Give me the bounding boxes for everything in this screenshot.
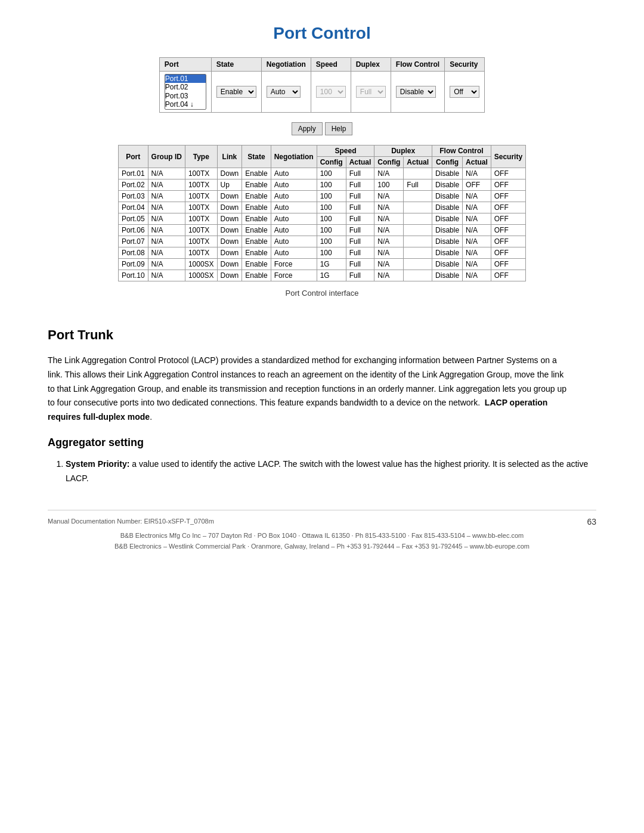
help-button[interactable]: Help bbox=[325, 122, 353, 135]
cell-type: 100TX bbox=[185, 179, 217, 191]
th-flow-config: Config bbox=[432, 157, 463, 168]
cell-duplex-config: N/A bbox=[374, 213, 404, 225]
security-cell[interactable]: Off On bbox=[445, 72, 485, 113]
footer-doc-number: Manual Documentation Number: EIR510-xSFP… bbox=[48, 516, 214, 527]
cell-duplex-config: 100 bbox=[374, 179, 404, 191]
cell-link: Down bbox=[217, 168, 242, 179]
th-speed-config: Config bbox=[317, 157, 346, 168]
cell-state: Enable bbox=[242, 168, 271, 179]
cell-duplex-actual bbox=[404, 202, 432, 213]
cell-security: OFF bbox=[491, 213, 525, 225]
negotiation-select[interactable]: Auto Force bbox=[267, 86, 301, 98]
table-row: Port.05 N/A 100TX Down Enable Auto 100 F… bbox=[118, 213, 525, 225]
cell-flow-config: Disable bbox=[432, 168, 463, 179]
cell-duplex-actual bbox=[404, 236, 432, 247]
port-trunk-section: Port Trunk The Link Aggregation Control … bbox=[48, 327, 596, 425]
cell-group: N/A bbox=[148, 168, 185, 179]
col-header-speed: Speed bbox=[311, 58, 351, 72]
th-flow-actual: Actual bbox=[463, 157, 491, 168]
cell-port: Port.10 bbox=[118, 270, 148, 281]
flow-control-cell[interactable]: Disable Enable bbox=[391, 72, 444, 113]
col-header-negotiation: Negotiation bbox=[261, 58, 311, 72]
cell-negotiation: Auto bbox=[271, 236, 317, 247]
cell-flow-actual: N/A bbox=[463, 191, 491, 202]
cell-state: Enable bbox=[242, 259, 271, 270]
cell-group: N/A bbox=[148, 225, 185, 236]
cell-type: 100TX bbox=[185, 168, 217, 179]
cell-link: Down bbox=[217, 236, 242, 247]
state-select[interactable]: Enable Disable bbox=[216, 86, 256, 98]
cell-type: 1000SX bbox=[185, 270, 217, 281]
cell-duplex-config: N/A bbox=[374, 259, 404, 270]
cell-flow-actual: N/A bbox=[463, 236, 491, 247]
port-option-01: Port.01 bbox=[165, 75, 206, 83]
th-duplex-actual: Actual bbox=[404, 157, 432, 168]
cell-speed-actual: Full bbox=[346, 168, 374, 179]
port-option-02: Port.02 bbox=[165, 83, 206, 91]
speed-cell[interactable]: 100 10 1000 bbox=[311, 72, 351, 113]
th-duplex: Duplex bbox=[374, 145, 432, 157]
th-flow-control: Flow Control bbox=[432, 145, 491, 157]
table-row: Port.08 N/A 100TX Down Enable Auto 100 F… bbox=[118, 247, 525, 259]
port-option-03: Port.03 bbox=[165, 92, 206, 100]
cell-flow-config: Disable bbox=[432, 259, 463, 270]
table-row: Port.03 N/A 100TX Down Enable Auto 100 F… bbox=[118, 191, 525, 202]
cell-negotiation: Auto bbox=[271, 213, 317, 225]
th-port: Port bbox=[118, 145, 148, 168]
port-select-cell[interactable]: Port.01 Port.02 Port.03 Port.04 ↓ bbox=[159, 72, 211, 113]
cell-port: Port.04 bbox=[118, 202, 148, 213]
cell-speed-actual: Full bbox=[346, 191, 374, 202]
cell-duplex-actual bbox=[404, 247, 432, 259]
cell-flow-actual: OFF bbox=[463, 179, 491, 191]
table-row: Port.02 N/A 100TX Up Enable Auto 100 Ful… bbox=[118, 179, 525, 191]
cell-link: Down bbox=[217, 213, 242, 225]
cell-link: Down bbox=[217, 270, 242, 281]
cell-speed-config: 100 bbox=[317, 225, 346, 236]
cell-flow-config: Disable bbox=[432, 191, 463, 202]
cell-type: 100TX bbox=[185, 202, 217, 213]
security-select[interactable]: Off On bbox=[450, 86, 479, 98]
cell-flow-config: Disable bbox=[432, 213, 463, 225]
cell-link: Down bbox=[217, 191, 242, 202]
cell-flow-actual: N/A bbox=[463, 259, 491, 270]
aggregator-heading: Aggregator setting bbox=[48, 436, 596, 449]
th-speed-actual: Actual bbox=[346, 157, 374, 168]
control-form-table: Port State Negotiation Speed Duplex Flow… bbox=[159, 57, 485, 113]
cell-duplex-actual bbox=[404, 168, 432, 179]
duplex-cell[interactable]: Full Half bbox=[351, 72, 391, 113]
state-cell[interactable]: Enable Disable bbox=[211, 72, 261, 113]
cell-group: N/A bbox=[148, 270, 185, 281]
cell-flow-actual: N/A bbox=[463, 270, 491, 281]
negotiation-cell[interactable]: Auto Force bbox=[261, 72, 311, 113]
cell-flow-config: Disable bbox=[432, 225, 463, 236]
col-header-state: State bbox=[211, 58, 261, 72]
cell-port: Port.01 bbox=[118, 168, 148, 179]
cell-speed-actual: Full bbox=[346, 225, 374, 236]
speed-select[interactable]: 100 10 1000 bbox=[316, 86, 346, 98]
cell-state: Enable bbox=[242, 225, 271, 236]
cell-speed-config: 100 bbox=[317, 247, 346, 259]
footer-page: 63 bbox=[587, 515, 596, 528]
cell-negotiation: Auto bbox=[271, 225, 317, 236]
duplex-select[interactable]: Full Half bbox=[356, 86, 386, 98]
flow-control-select[interactable]: Disable Enable bbox=[396, 86, 436, 98]
cell-link: Down bbox=[217, 225, 242, 236]
cell-group: N/A bbox=[148, 213, 185, 225]
th-negotiation: Negotiation bbox=[271, 145, 317, 168]
cell-state: Enable bbox=[242, 179, 271, 191]
cell-speed-actual: Full bbox=[346, 247, 374, 259]
apply-button[interactable]: Apply bbox=[292, 122, 323, 135]
th-duplex-config: Config bbox=[374, 157, 404, 168]
cell-duplex-config: N/A bbox=[374, 225, 404, 236]
th-state: State bbox=[242, 145, 271, 168]
cell-port: Port.05 bbox=[118, 213, 148, 225]
cell-security: OFF bbox=[491, 270, 525, 281]
cell-link: Down bbox=[217, 247, 242, 259]
cell-speed-actual: Full bbox=[346, 270, 374, 281]
cell-type: 100TX bbox=[185, 236, 217, 247]
port-listbox[interactable]: Port.01 Port.02 Port.03 Port.04 ↓ bbox=[165, 74, 206, 110]
cell-negotiation: Force bbox=[271, 259, 317, 270]
th-group: Group ID bbox=[148, 145, 185, 168]
cell-group: N/A bbox=[148, 247, 185, 259]
cell-duplex-config: N/A bbox=[374, 270, 404, 281]
